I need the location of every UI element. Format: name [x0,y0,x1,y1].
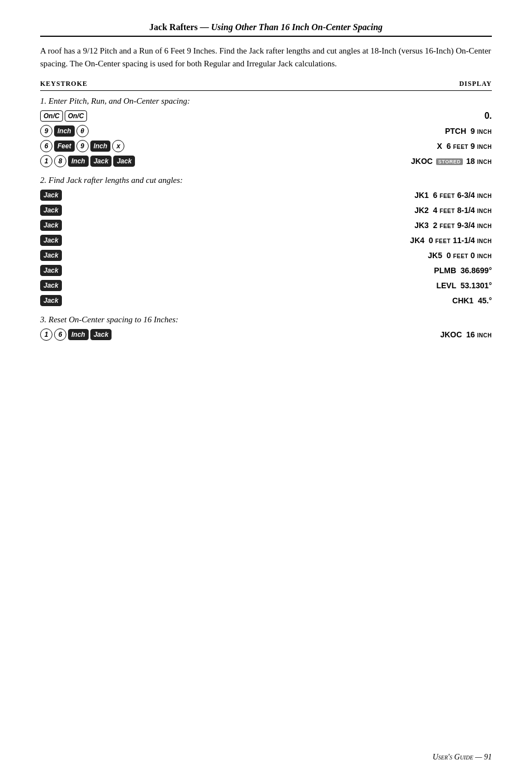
page-header: Jack Rafters — Using Other Than 16 Inch … [40,22,492,37]
key-theta: θ [76,125,89,137]
key-jack2: Jack [113,156,135,167]
keystroke-row: 1 6 Inch Jack JKOC 16 INCH [40,328,492,341]
display-value: JK2 4 FEET 8-1/4 INCH [414,206,492,215]
keystroke-left: Jack [40,220,62,231]
key-9b: 9 [76,140,89,152]
key-8: 8 [54,155,66,167]
key-jack: Jack [40,235,62,246]
keystroke-left: On/C On/C [40,110,87,122]
key-onc2: On/C [65,110,88,122]
display-value: PLMB 36.8699° [434,266,492,275]
key-inch: Inch [54,125,75,137]
display-value: JK1 6 FEET 6-3/4 INCH [414,191,492,200]
display-value: JKOC STORED 18 INCH [411,157,492,166]
keystroke-row: 6 Feet 9 Inch x X 6 FEET 9 INCH [40,139,492,153]
display-value: JK4 0 FEET 11-1/4 INCH [410,236,492,245]
display-value: CHK1 45.° [452,296,492,305]
keystroke-left: 9 Inch θ [40,125,89,137]
key-jack: Jack [40,220,62,231]
keystroke-left: Jack [40,235,62,246]
keystroke-row: Jack JK3 2 FEET 9-3/4 INCH [40,219,492,232]
key-9: 9 [40,125,52,137]
keystroke-header: KEYSTROKE [40,80,88,88]
section-2: 2. Find Jack rafter lengths and cut angl… [40,176,492,307]
key-jack: Jack [40,265,62,276]
section-1-title: 1. Enter Pitch, Run, and On-Center spaci… [40,96,492,106]
section-3-title: 3. Reset On-Center spacing to 16 Inches: [40,315,492,325]
key-feet: Feet [54,141,75,152]
keystroke-row: Jack PLMB 36.8699° [40,264,492,277]
display-value: 0. [485,111,492,121]
keystroke-row: Jack JK1 6 FEET 6-3/4 INCH [40,188,492,202]
display-value: X 6 FEET 9 INCH [437,142,492,151]
intro-paragraph: A roof has a 9/12 Pitch and a Run of 6 F… [40,45,492,70]
keystroke-row: 9 Inch θ PTCH 9 INCH [40,124,492,138]
keystroke-row: Jack JK5 0 FEET 0 INCH [40,249,492,262]
keystroke-row: Jack LEVL 53.1301° [40,279,492,292]
keystroke-row: 1 8 Inch Jack Jack JKOC STORED 18 INCH [40,154,492,168]
keystroke-left: 6 Feet 9 Inch x [40,140,124,152]
key-x: x [112,140,124,152]
footer-text: User's Guide — 91 [433,753,492,761]
key-jack: Jack [40,190,62,201]
section-1: 1. Enter Pitch, Run, and On-Center spaci… [40,96,492,168]
keystroke-left: Jack [40,205,62,216]
key-inch4: Inch [68,329,89,340]
key-jack: Jack [40,205,62,216]
key-onc1: On/C [40,110,63,122]
key-1b: 1 [40,328,52,341]
key-jack1: Jack [90,156,112,167]
keystroke-left: Jack [40,265,62,276]
keystroke-row: Jack JK2 4 FEET 8-1/4 INCH [40,204,492,217]
keystroke-left: 1 6 Inch Jack [40,328,112,341]
display-value: JKOC 16 INCH [440,330,492,339]
keystroke-left: 1 8 Inch Jack Jack [40,155,135,167]
keystroke-left: Jack [40,280,62,291]
key-inch2: Inch [90,141,111,152]
section-3: 3. Reset On-Center spacing to 16 Inches:… [40,315,492,341]
keystroke-row: Jack JK4 0 FEET 11-1/4 INCH [40,234,492,247]
display-value: LEVL 53.1301° [436,281,492,290]
display-value: JK3 2 FEET 9-3/4 INCH [414,221,492,230]
display-value: PTCH 9 INCH [445,127,492,135]
keystroke-row: On/C On/C 0. [40,109,492,123]
keystroke-left: Jack [40,190,62,201]
column-headers: KEYSTROKE DISPLAY [40,80,492,91]
key-jack: Jack [40,295,62,306]
key-6b: 6 [54,328,66,341]
key-1: 1 [40,155,52,167]
keystroke-left: Jack [40,250,62,261]
key-inch3: Inch [68,156,89,167]
key-jack-reset: Jack [90,329,112,340]
key-jack: Jack [40,250,62,261]
keystroke-row: Jack CHK1 45.° [40,294,492,307]
keystroke-left: Jack [40,295,62,306]
key-6: 6 [40,140,52,152]
page-footer: User's Guide — 91 [433,753,492,762]
display-value: JK5 0 FEET 0 INCH [428,251,492,260]
page-title: Jack Rafters — Using Other Than 16 Inch … [40,22,492,32]
display-header: DISPLAY [459,80,492,88]
section-2-title: 2. Find Jack rafter lengths and cut angl… [40,176,492,185]
key-jack: Jack [40,280,62,291]
